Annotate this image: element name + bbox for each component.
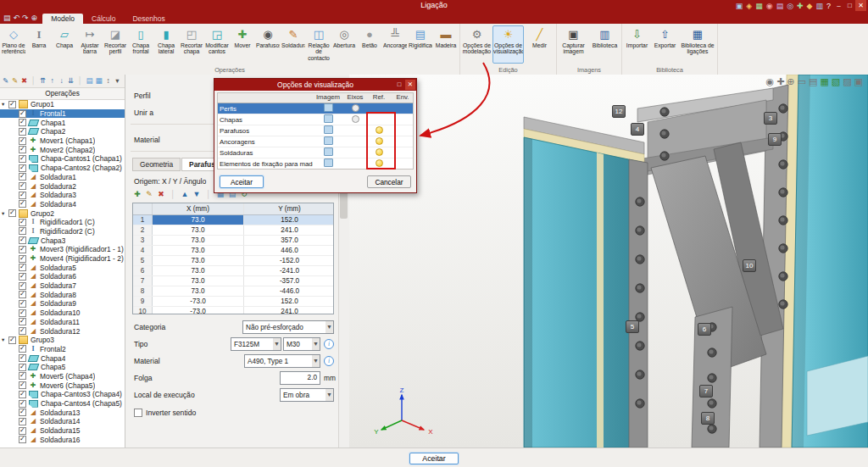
zoom-icon[interactable]: ⊕ — [787, 75, 794, 87]
panel-scrollbar[interactable] — [338, 158, 349, 448]
scroll-icon[interactable]: ↕ — [103, 75, 113, 86]
tree-item[interactable]: ▾ Rigidificador2 (C) — [0, 227, 125, 236]
ribbon-button[interactable]: Medir — [524, 25, 555, 64]
y-cell[interactable]: 152.0 — [244, 297, 334, 306]
tipo-size-select[interactable]: M30▼ — [283, 337, 320, 351]
expander-icon[interactable]: ▾ — [2, 210, 8, 217]
move-up-icon[interactable]: ▲ — [180, 189, 190, 200]
checkbox[interactable] — [19, 192, 26, 199]
collapse-all-icon[interactable]: ▤ — [85, 75, 94, 86]
ribbon-button[interactable]: Parafusos — [255, 25, 281, 64]
checkbox[interactable] — [19, 173, 26, 181]
tree-item[interactable]: ▾ Mover3 (Rigidificador1 - 1) — [0, 245, 125, 254]
checkbox[interactable] — [19, 182, 26, 190]
tree-item[interactable]: ▾ Frontal1 — [0, 109, 125, 119]
checkbox[interactable] — [19, 255, 26, 263]
tree-item[interactable]: ▾ Chapa-Cantos4 (Chapa5) — [0, 399, 125, 409]
image-icon[interactable] — [324, 158, 333, 167]
edit2-icon[interactable]: ✎ — [10, 75, 19, 86]
tree-item[interactable]: ▾ Grupo1 — [0, 100, 125, 109]
tool-icon-2[interactable]: ◈ — [746, 1, 752, 11]
tool-icon-3[interactable]: ▦ — [755, 1, 763, 11]
grid-row[interactable]: 9 -73.0 152.0 — [133, 297, 333, 307]
x-cell[interactable]: 73.0 — [153, 286, 244, 296]
delete-row-icon[interactable]: ✖ — [156, 189, 166, 200]
checkbox[interactable] — [19, 409, 26, 416]
tool-icon-1[interactable]: ▣ — [736, 1, 743, 11]
invert-direction-row[interactable]: Inverter sentido — [134, 409, 196, 417]
dialog-close-button[interactable]: ✕ — [405, 80, 415, 90]
tree-item[interactable]: ▾ Soldadura9 — [0, 299, 125, 309]
tree-item[interactable]: ▾ Chapa2 — [0, 127, 125, 136]
checkbox[interactable] — [19, 273, 26, 281]
tree-item[interactable]: ▾ Chapa4 — [0, 353, 125, 363]
checkbox[interactable] — [19, 110, 26, 118]
checkbox[interactable] — [19, 427, 26, 435]
ribbon-button[interactable]: Biblioteca — [589, 25, 620, 64]
checkbox[interactable] — [19, 354, 26, 362]
x-cell[interactable]: 73.0 — [153, 256, 244, 265]
tree-item[interactable]: ▾ Grupo2 — [0, 208, 125, 218]
tree-item[interactable]: ▾ Soldadura1 — [0, 173, 125, 182]
ribbon-button[interactable]: Ancoragens — [382, 25, 408, 64]
tree-item[interactable]: ▾ Chapa-Cantos3 (Chapa4) — [0, 390, 125, 399]
invert-checkbox[interactable] — [134, 409, 142, 417]
grid-row[interactable]: 3 73.0 357.0 — [133, 236, 333, 246]
tree-item[interactable]: ▾ Soldadura14 — [0, 417, 125, 426]
checkbox[interactable] — [19, 345, 26, 353]
x-cell[interactable]: 73.0 — [153, 215, 244, 225]
ribbon-button[interactable]: Plano de referência — [1, 25, 26, 64]
tree-item[interactable]: ▾ Frontal2 — [0, 345, 125, 354]
save-icon[interactable]: ▤ — [3, 13, 11, 23]
y-cell[interactable]: -357.0 — [244, 276, 334, 286]
material-info-icon[interactable]: i — [324, 356, 334, 366]
ribbon-button[interactable]: Abertura — [331, 25, 357, 64]
objects-icon[interactable]: ▧ — [832, 75, 840, 87]
edit-row-icon[interactable]: ✎ — [144, 189, 154, 200]
tree-item[interactable]: ▾ Chapa-Cantos1 (Chapa1) — [0, 154, 125, 164]
grid-row[interactable]: 7 73.0 -357.0 — [133, 276, 333, 286]
ribbon-button[interactable]: Soldadura — [281, 25, 306, 64]
tree-item[interactable]: ▾ Soldadura3 — [0, 191, 125, 200]
checkbox[interactable] — [19, 372, 26, 380]
material-select[interactable]: A490, Type 1▼ — [244, 354, 320, 368]
grid-row[interactable]: 5 73.0 -152.0 — [133, 256, 333, 266]
x-cell[interactable]: 73.0 — [153, 276, 244, 286]
tree-item[interactable]: ▾ Soldadura7 — [0, 281, 125, 291]
move-up-icon[interactable]: ↑ — [47, 75, 57, 86]
delete-icon[interactable]: ✖ — [19, 75, 29, 86]
tree-item[interactable]: ▾ Mover4 (Rigidificador1 - 2) — [0, 254, 125, 264]
tool-icon-5[interactable]: ▤ — [776, 1, 784, 11]
background-icon[interactable]: ▨ — [843, 75, 851, 87]
tree-item[interactable]: ▾ Chapa5 — [0, 363, 125, 372]
tree-item[interactable]: ▾ Soldadura2 — [0, 181, 125, 191]
redo-icon[interactable]: ↷ — [22, 13, 29, 23]
checkbox[interactable] — [19, 318, 26, 325]
move-top-icon[interactable]: ⇈ — [38, 75, 47, 86]
tab-geometria[interactable]: Geometria — [132, 158, 181, 171]
ribbon-button[interactable]: Chapa lateral — [153, 25, 179, 64]
expander-icon[interactable]: ▾ — [2, 336, 8, 343]
tool-icon-7[interactable]: ✚ — [797, 1, 804, 11]
tool-icon-9[interactable]: ▥ — [815, 1, 823, 11]
grid-row[interactable]: 10 -73.0 241.0 — [133, 307, 333, 314]
tool-icon-6[interactable]: ◎ — [787, 1, 793, 11]
grid-row[interactable]: 1 73.0 152.0 — [133, 215, 333, 225]
separator[interactable]: │ — [203, 189, 214, 200]
separator[interactable]: │ — [29, 75, 38, 86]
checkbox[interactable] — [19, 236, 26, 244]
frame-icon[interactable]: ▭ — [798, 75, 806, 87]
categoria-select[interactable]: Não pré-esforçado▼ — [242, 320, 334, 334]
ribbon-button[interactable]: Opções de modelação — [461, 25, 492, 64]
tipo-info-icon[interactable]: i — [324, 339, 334, 349]
tree-item[interactable]: ▾ Chapa3 — [0, 236, 125, 245]
undo-icon[interactable]: ↶ — [14, 13, 20, 23]
ribbon-button[interactable]: Recortar chapa — [179, 25, 204, 64]
tree-item[interactable]: ▾ Grupo3 — [0, 336, 125, 345]
image-icon[interactable] — [324, 114, 333, 123]
checkbox[interactable] — [19, 264, 26, 271]
ribbon-button[interactable]: Opções de visualização — [492, 25, 524, 64]
zoom-icon[interactable]: ⊕ — [31, 13, 38, 23]
close-button[interactable]: ✕ — [855, 0, 866, 11]
checkbox[interactable] — [19, 119, 26, 126]
